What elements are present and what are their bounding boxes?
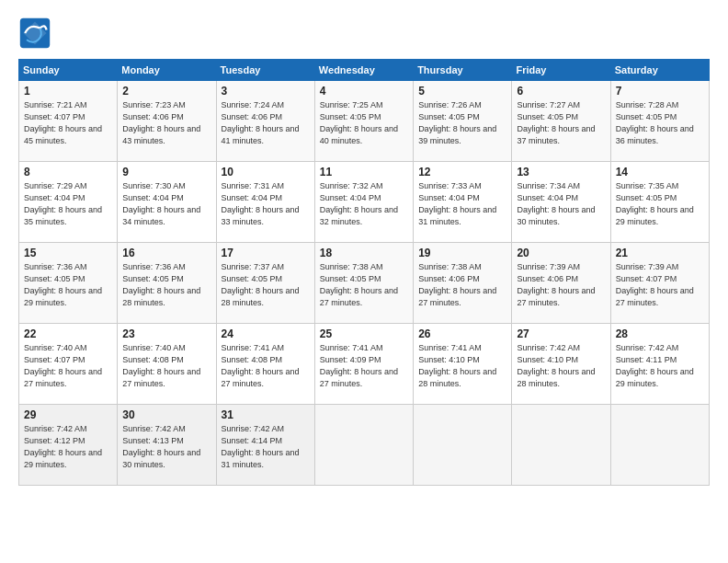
calendar-cell: 13Sunrise: 7:34 AMSunset: 4:04 PMDayligh… [512,162,610,243]
calendar-week-row: 15Sunrise: 7:36 AMSunset: 4:05 PMDayligh… [19,243,710,324]
day-number: 13 [517,166,605,178]
day-number: 25 [320,327,408,340]
day-number: 4 [320,85,408,98]
day-info: Sunrise: 7:38 AMSunset: 4:06 PMDaylight:… [418,261,506,309]
calendar-cell: 2Sunrise: 7:23 AMSunset: 4:06 PMDaylight… [118,81,216,162]
day-info: Sunrise: 7:42 AMSunset: 4:13 PMDaylight:… [122,423,210,471]
weekday-header: Wednesday [314,60,413,81]
calendar-table: SundayMondayTuesdayWednesdayThursdayFrid… [18,59,710,486]
calendar-week-row: 22Sunrise: 7:40 AMSunset: 4:07 PMDayligh… [19,324,710,405]
day-info: Sunrise: 7:41 AMSunset: 4:08 PMDaylight:… [222,342,310,390]
day-number: 3 [222,85,310,98]
day-number: 20 [517,247,605,259]
calendar-cell: 5Sunrise: 7:26 AMSunset: 4:05 PMDaylight… [414,81,512,162]
header [18,17,710,50]
day-number: 2 [122,85,210,98]
day-info: Sunrise: 7:39 AMSunset: 4:07 PMDaylight:… [616,261,704,309]
weekday-header: Thursday [414,60,512,81]
day-info: Sunrise: 7:42 AMSunset: 4:14 PMDaylight:… [222,423,310,471]
day-info: Sunrise: 7:32 AMSunset: 4:04 PMDaylight:… [320,180,408,228]
calendar-cell [414,405,512,486]
calendar-week-row: 1Sunrise: 7:21 AMSunset: 4:07 PMDaylight… [19,81,710,162]
day-number: 15 [24,247,112,259]
calendar-cell: 24Sunrise: 7:41 AMSunset: 4:08 PMDayligh… [216,324,314,405]
calendar-cell: 12Sunrise: 7:33 AMSunset: 4:04 PMDayligh… [414,162,512,243]
day-number: 26 [418,327,506,340]
day-info: Sunrise: 7:35 AMSunset: 4:05 PMDaylight:… [616,180,704,228]
day-number: 21 [616,247,704,259]
day-info: Sunrise: 7:39 AMSunset: 4:06 PMDaylight:… [517,261,605,309]
calendar-cell: 28Sunrise: 7:42 AMSunset: 4:11 PMDayligh… [610,324,709,405]
day-info: Sunrise: 7:40 AMSunset: 4:08 PMDaylight:… [122,342,210,390]
calendar-cell: 15Sunrise: 7:36 AMSunset: 4:05 PMDayligh… [19,243,118,324]
day-number: 18 [320,247,408,259]
day-number: 24 [222,327,310,340]
day-info: Sunrise: 7:42 AMSunset: 4:11 PMDaylight:… [616,342,704,390]
day-info: Sunrise: 7:36 AMSunset: 4:05 PMDaylight:… [122,261,210,309]
weekday-header: Tuesday [216,60,314,81]
day-number: 22 [24,327,112,340]
calendar-cell: 29Sunrise: 7:42 AMSunset: 4:12 PMDayligh… [19,405,118,486]
calendar-cell: 25Sunrise: 7:41 AMSunset: 4:09 PMDayligh… [314,324,413,405]
calendar-cell: 20Sunrise: 7:39 AMSunset: 4:06 PMDayligh… [512,243,610,324]
day-number: 6 [517,85,605,98]
day-info: Sunrise: 7:37 AMSunset: 4:05 PMDaylight:… [222,261,310,309]
page: SundayMondayTuesdayWednesdayThursdayFrid… [0,0,728,563]
calendar-cell: 31Sunrise: 7:42 AMSunset: 4:14 PMDayligh… [216,405,314,486]
day-number: 10 [222,166,310,178]
calendar-cell [610,405,709,486]
logo [18,17,57,50]
day-number: 14 [616,166,704,178]
calendar-cell: 23Sunrise: 7:40 AMSunset: 4:08 PMDayligh… [118,324,216,405]
day-info: Sunrise: 7:36 AMSunset: 4:05 PMDaylight:… [24,261,112,309]
day-info: Sunrise: 7:31 AMSunset: 4:04 PMDaylight:… [222,180,310,228]
day-number: 12 [418,166,506,178]
calendar-cell: 17Sunrise: 7:37 AMSunset: 4:05 PMDayligh… [216,243,314,324]
day-number: 23 [122,327,210,340]
calendar-cell [512,405,610,486]
calendar-cell: 18Sunrise: 7:38 AMSunset: 4:05 PMDayligh… [314,243,413,324]
calendar-cell: 30Sunrise: 7:42 AMSunset: 4:13 PMDayligh… [118,405,216,486]
day-info: Sunrise: 7:29 AMSunset: 4:04 PMDaylight:… [24,180,112,228]
day-info: Sunrise: 7:34 AMSunset: 4:04 PMDaylight:… [517,180,605,228]
day-number: 7 [616,85,704,98]
calendar-cell: 16Sunrise: 7:36 AMSunset: 4:05 PMDayligh… [118,243,216,324]
calendar-cell: 4Sunrise: 7:25 AMSunset: 4:05 PMDaylight… [314,81,413,162]
day-number: 16 [122,247,210,259]
day-number: 28 [616,327,704,340]
calendar-body: 1Sunrise: 7:21 AMSunset: 4:07 PMDaylight… [19,81,710,486]
calendar-cell [314,405,413,486]
calendar-cell: 6Sunrise: 7:27 AMSunset: 4:05 PMDaylight… [512,81,610,162]
weekday-header: Saturday [610,60,709,81]
day-number: 1 [24,85,112,98]
weekday-header: Sunday [19,60,118,81]
calendar-cell: 27Sunrise: 7:42 AMSunset: 4:10 PMDayligh… [512,324,610,405]
calendar-cell: 26Sunrise: 7:41 AMSunset: 4:10 PMDayligh… [414,324,512,405]
weekday-row: SundayMondayTuesdayWednesdayThursdayFrid… [19,60,710,81]
day-info: Sunrise: 7:24 AMSunset: 4:06 PMDaylight:… [222,99,310,147]
day-number: 30 [122,408,210,421]
day-number: 5 [418,85,506,98]
day-number: 19 [418,247,506,259]
calendar-cell: 21Sunrise: 7:39 AMSunset: 4:07 PMDayligh… [610,243,709,324]
day-number: 27 [517,327,605,340]
calendar-cell: 22Sunrise: 7:40 AMSunset: 4:07 PMDayligh… [19,324,118,405]
calendar-cell: 10Sunrise: 7:31 AMSunset: 4:04 PMDayligh… [216,162,314,243]
day-number: 8 [24,166,112,178]
day-info: Sunrise: 7:30 AMSunset: 4:04 PMDaylight:… [122,180,210,228]
day-number: 29 [24,408,112,421]
weekday-header: Monday [118,60,216,81]
calendar-cell: 19Sunrise: 7:38 AMSunset: 4:06 PMDayligh… [414,243,512,324]
day-info: Sunrise: 7:27 AMSunset: 4:05 PMDaylight:… [517,99,605,147]
calendar-cell: 3Sunrise: 7:24 AMSunset: 4:06 PMDaylight… [216,81,314,162]
day-info: Sunrise: 7:38 AMSunset: 4:05 PMDaylight:… [320,261,408,309]
day-number: 31 [222,408,310,421]
calendar-week-row: 8Sunrise: 7:29 AMSunset: 4:04 PMDaylight… [19,162,710,243]
day-info: Sunrise: 7:42 AMSunset: 4:10 PMDaylight:… [517,342,605,390]
day-info: Sunrise: 7:33 AMSunset: 4:04 PMDaylight:… [418,180,506,228]
day-info: Sunrise: 7:41 AMSunset: 4:09 PMDaylight:… [320,342,408,390]
calendar-week-row: 29Sunrise: 7:42 AMSunset: 4:12 PMDayligh… [19,405,710,486]
day-info: Sunrise: 7:40 AMSunset: 4:07 PMDaylight:… [24,342,112,390]
day-info: Sunrise: 7:21 AMSunset: 4:07 PMDaylight:… [24,99,112,147]
day-number: 9 [122,166,210,178]
